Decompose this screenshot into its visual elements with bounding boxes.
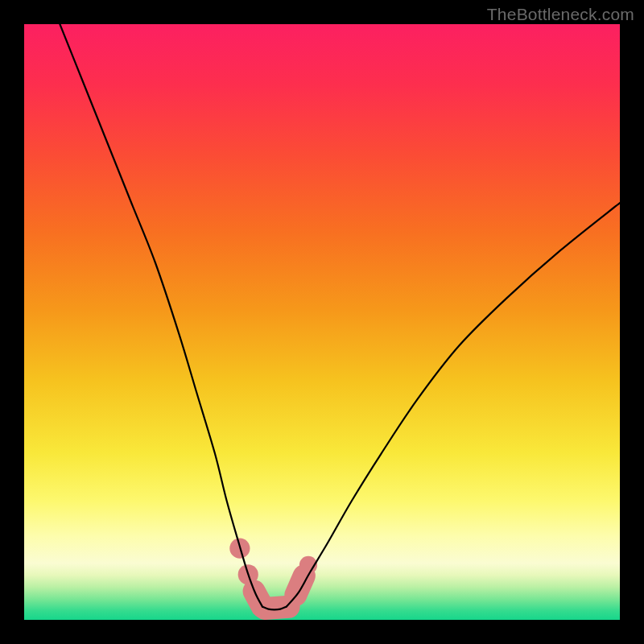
- curve-layer: [24, 24, 620, 620]
- watermark-text: TheBottleneck.com: [487, 5, 634, 24]
- marker-layer: [229, 539, 317, 609]
- left-branch-curve: [60, 24, 262, 607]
- outer-frame: TheBottleneck.com: [0, 0, 644, 644]
- plot-area: [24, 24, 620, 620]
- right-branch-curve: [287, 203, 620, 607]
